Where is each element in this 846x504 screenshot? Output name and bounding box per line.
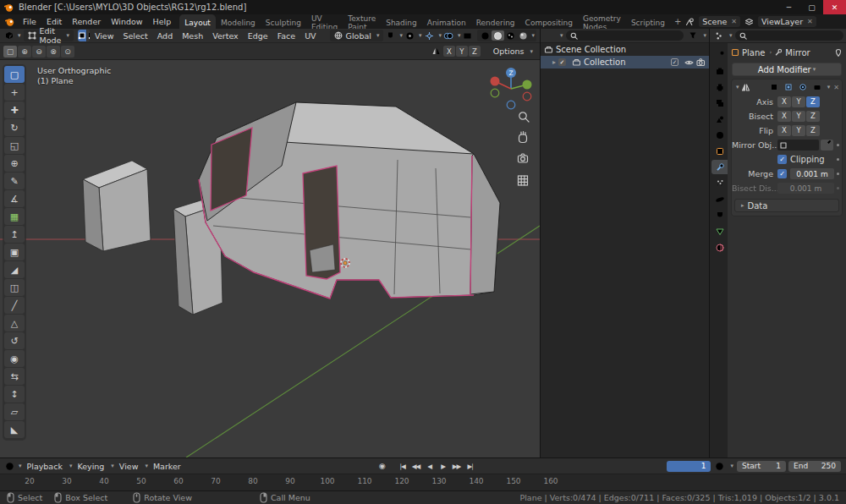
editor-type-icon[interactable] xyxy=(3,30,15,41)
mirror-axis-z-button[interactable]: Z xyxy=(806,96,820,107)
rendered-shading-button[interactable] xyxy=(517,30,530,41)
van-mesh[interactable] xyxy=(199,102,500,299)
viewport-menu-edge[interactable]: Edge xyxy=(244,31,272,41)
timeline-menu-view[interactable]: View xyxy=(115,462,143,471)
display-render-icon[interactable] xyxy=(811,81,824,93)
mode-selector[interactable]: Edit Mode ▾ xyxy=(24,30,74,41)
display-on-cage-icon[interactable] xyxy=(768,81,781,93)
tool-inset-faces[interactable]: ▣ xyxy=(4,244,25,260)
viewport-canvas[interactable]: Z User Orthographic (1) Plane ▢ + ✚ ↻ ◱ … xyxy=(0,60,540,457)
menu-help[interactable]: Help xyxy=(148,17,177,26)
bisect-z-button[interactable]: Z xyxy=(806,111,820,122)
hide-eye-icon[interactable] xyxy=(684,58,694,67)
workspace-tab-rendering[interactable]: Rendering xyxy=(471,14,520,29)
tab-physics-icon[interactable] xyxy=(711,192,728,206)
tool-options-caret[interactable]: ▾ xyxy=(530,48,533,55)
playback-sync-icon[interactable] xyxy=(713,460,726,472)
tool-bevel[interactable]: ◢ xyxy=(4,261,25,278)
outliner-search-input[interactable] xyxy=(566,30,684,41)
tool-mirror-x-button[interactable]: X xyxy=(443,46,455,57)
viewport-menu-select[interactable]: Select xyxy=(118,31,151,41)
flip-x-button[interactable]: X xyxy=(777,125,791,136)
jump-to-end-button[interactable]: ▶| xyxy=(464,460,476,472)
tool-cursor[interactable]: + xyxy=(4,84,25,101)
play-button[interactable]: ▶ xyxy=(437,460,449,472)
eyedropper-icon[interactable] xyxy=(821,140,833,151)
show-overlays-icon[interactable] xyxy=(442,30,455,41)
unlink-view-layer-icon[interactable]: ✕ xyxy=(807,18,813,25)
tab-material-icon[interactable] xyxy=(711,240,728,255)
flip-y-button[interactable]: Y xyxy=(792,125,805,136)
tab-tool-icon[interactable] xyxy=(711,47,728,62)
modifier-extras-icon[interactable]: ▾ xyxy=(827,84,831,90)
tool-shear[interactable]: ▱ xyxy=(4,403,25,420)
filter-caret[interactable]: ▾ xyxy=(703,32,706,39)
tab-world-icon[interactable] xyxy=(711,128,728,142)
tab-view-layer-icon[interactable] xyxy=(711,96,728,110)
expand-modifier-icon[interactable]: ▾ xyxy=(736,84,739,90)
tab-particles-icon[interactable] xyxy=(711,176,728,190)
filter-icon[interactable] xyxy=(686,30,699,41)
tool-smooth[interactable]: ◉ xyxy=(4,350,25,367)
xray-toggle-icon[interactable] xyxy=(461,30,474,41)
select-invert-button[interactable]: ⊗ xyxy=(47,46,60,58)
edge-select-mode-button[interactable] xyxy=(87,30,90,41)
tool-edge-slide[interactable]: ⇆ xyxy=(4,368,25,385)
workspace-tab-animation[interactable]: Animation xyxy=(422,14,471,29)
viewport-menu-vertex[interactable]: Vertex xyxy=(208,31,243,41)
disable-render-camera-icon[interactable] xyxy=(696,58,706,67)
view-layer-selector[interactable]: ViewLayer ✕ xyxy=(758,16,816,27)
tool-loop-cut[interactable]: ◫ xyxy=(4,279,25,296)
merge-threshold-field[interactable]: 0.001 m xyxy=(790,168,834,179)
timeline-editor-type-icon[interactable] xyxy=(3,460,16,472)
add-modifier-button[interactable]: Add Modifier ▾ xyxy=(732,63,842,76)
next-keyframe-button[interactable]: ▶▶ xyxy=(450,460,463,472)
tool-extrude-region[interactable]: ↥ xyxy=(4,226,25,243)
close-button[interactable]: ✕ xyxy=(823,0,846,14)
bisect-x-button[interactable]: X xyxy=(777,111,791,122)
snap-caret[interactable]: ▾ xyxy=(399,32,403,39)
frame-start-field[interactable]: Start 1 xyxy=(737,461,786,472)
add-workspace-button[interactable]: + xyxy=(670,14,685,29)
viewport-menu-face[interactable]: Face xyxy=(273,31,299,41)
material-preview-button[interactable] xyxy=(504,30,517,41)
tab-output-icon[interactable] xyxy=(711,79,728,94)
tab-object-icon[interactable] xyxy=(711,144,728,158)
show-gizmo-icon[interactable] xyxy=(423,30,436,41)
mesh-block-left[interactable] xyxy=(83,161,151,251)
breadcrumb-modifier[interactable]: Mirror xyxy=(785,48,810,58)
maximize-button[interactable]: ▢ xyxy=(800,0,823,14)
select-intersect-button[interactable]: ⊙ xyxy=(61,46,74,58)
mirror-axis-y-button[interactable]: Y xyxy=(792,96,805,107)
tool-select-box[interactable]: ▢ xyxy=(4,66,25,83)
workspace-tab-shading[interactable]: Shading xyxy=(381,14,422,29)
auto-keying-button[interactable]: ◉ xyxy=(376,460,388,472)
workspace-tab-geometry-nodes[interactable]: Geometry Nodes xyxy=(578,14,626,29)
play-reverse-button[interactable]: ◀ xyxy=(423,460,436,472)
viewport-menu-view[interactable]: View xyxy=(91,31,118,41)
select-new-button[interactable]: ▢ xyxy=(3,46,17,58)
previous-keyframe-button[interactable]: ◀◀ xyxy=(409,460,422,472)
transform-orientation-selector[interactable]: Global ▾ xyxy=(330,30,384,41)
viewport-menu-add[interactable]: Add xyxy=(153,31,177,41)
menu-edit[interactable]: Edit xyxy=(41,17,67,26)
workspace-tab-compositing[interactable]: Compositing xyxy=(520,14,578,29)
timeline-menu-marker[interactable]: Marker xyxy=(149,462,185,471)
proportional-caret[interactable]: ▾ xyxy=(419,32,422,39)
viewport-menu-uv[interactable]: UV xyxy=(300,31,320,41)
timeline-menu-keying[interactable]: Keying xyxy=(73,462,108,471)
tab-scene-icon[interactable] xyxy=(711,112,728,126)
tab-modifiers-icon[interactable] xyxy=(711,160,728,174)
workspace-tab-scripting[interactable]: Scripting xyxy=(626,14,670,29)
tool-poly-build[interactable]: △ xyxy=(4,315,25,331)
properties-editor-caret[interactable]: ▾ xyxy=(729,32,733,39)
flip-z-button[interactable]: Z xyxy=(806,125,820,136)
minimize-button[interactable]: ─ xyxy=(777,0,800,14)
breadcrumb-object[interactable]: Plane xyxy=(742,48,765,58)
wireframe-shading-button[interactable] xyxy=(479,30,492,41)
display-in-editmode-icon[interactable] xyxy=(783,81,795,93)
properties-search-input[interactable] xyxy=(735,30,843,41)
solid-shading-button[interactable] xyxy=(492,30,504,41)
overlays-caret[interactable]: ▾ xyxy=(458,32,461,39)
collection-exclude-checkbox[interactable]: ✓ xyxy=(558,58,566,66)
